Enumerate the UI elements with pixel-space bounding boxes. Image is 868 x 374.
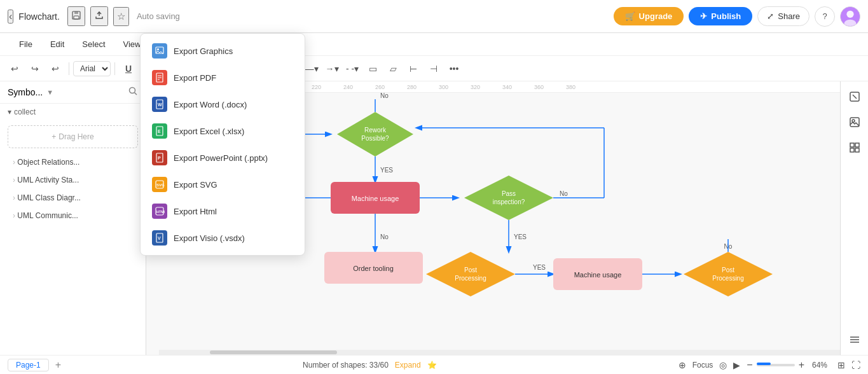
sidebar-item-uml-communic[interactable]: UML Communic... xyxy=(4,207,142,224)
export-graphics-icon xyxy=(152,43,167,59)
export-pdf-icon xyxy=(152,70,167,85)
zoom-slider[interactable] xyxy=(757,364,795,366)
share-icon: ⤢ xyxy=(767,11,774,21)
svg-text:Rework: Rework xyxy=(364,127,387,134)
star-icon[interactable]: ☆ xyxy=(113,7,129,26)
sidebar-search-icon[interactable] xyxy=(128,87,138,98)
export-visio-label: Export Visio (.vsdx) xyxy=(174,233,245,243)
right-panel-image-btn[interactable] xyxy=(844,112,865,132)
svg-text:Machine usage: Machine usage xyxy=(352,195,399,202)
export-icon[interactable] xyxy=(90,6,108,26)
rework-possible-shape[interactable] xyxy=(337,112,413,156)
svg-text:Order tooling: Order tooling xyxy=(353,265,394,272)
avatar[interactable] xyxy=(840,6,860,27)
svg-rect-50 xyxy=(855,148,859,152)
post-processing-shape2[interactable] xyxy=(684,252,773,296)
export-pdf-item[interactable]: Export PDF xyxy=(141,64,305,91)
upgrade-button[interactable]: 🛒 Upgrade xyxy=(614,7,684,25)
export-excel-item[interactable]: E Export Excel (.xlsx) xyxy=(141,118,305,144)
help-button[interactable]: ? xyxy=(815,6,835,27)
back-history-button[interactable]: ↩ xyxy=(46,59,65,78)
layer-button[interactable]: ▱ xyxy=(383,59,403,78)
redo-button[interactable]: ↪ xyxy=(25,59,45,78)
collect-arrow: ▾ xyxy=(8,107,11,116)
sidebar: Symbo... ▼ ▾ collect + Drag Here Object … xyxy=(0,81,146,355)
export-graphics-item[interactable]: Export Graphics xyxy=(141,38,305,64)
export-svg-label: Export SVG xyxy=(174,180,217,190)
statusbar: Page-1 + Number of shapes: 33/60 Expand … xyxy=(0,355,868,374)
underline-button[interactable]: U xyxy=(119,59,138,78)
export-ppt-item[interactable]: P Export PowerPoint (.pptx) xyxy=(141,144,305,171)
sidebar-item-uml-activity[interactable]: UML Activity Sta... xyxy=(4,172,142,188)
svg-text:Post: Post xyxy=(464,267,477,274)
drag-plus-icon: + xyxy=(52,132,56,141)
layers-button[interactable]: ⊕ xyxy=(679,360,686,370)
drag-here-area[interactable]: + Drag Here xyxy=(8,125,138,148)
svg-point-6 xyxy=(130,88,135,94)
menu-edit[interactable]: Edit xyxy=(41,36,73,53)
font-selector[interactable]: Arial xyxy=(73,61,111,76)
sidebar-section-collect[interactable]: ▾ collect xyxy=(0,104,146,120)
container-button[interactable]: ▭ xyxy=(363,59,382,78)
post-processing-shape1[interactable] xyxy=(426,252,515,296)
svg-rect-1 xyxy=(74,11,78,14)
export-visio-item[interactable]: V Export Visio (.vsdx) xyxy=(141,225,305,251)
svg-text:YES: YES xyxy=(514,233,527,240)
svg-text:No: No xyxy=(380,93,389,99)
align-right-button[interactable]: ⊣ xyxy=(424,59,443,78)
upgrade-cart-icon: 🛒 xyxy=(625,11,635,21)
svg-text:E: E xyxy=(158,129,161,134)
right-panel-lines-btn[interactable] xyxy=(844,329,865,350)
drag-here-label: Drag Here xyxy=(59,132,93,141)
export-graphics-label: Export Graphics xyxy=(174,46,233,56)
right-panel xyxy=(840,81,868,355)
svg-text:Post: Post xyxy=(722,267,734,274)
save-icon[interactable] xyxy=(67,6,85,26)
export-pdf-label: Export PDF xyxy=(174,73,216,83)
divider-1 xyxy=(69,62,69,75)
zoom-decrease-button[interactable]: − xyxy=(747,359,752,371)
export-ppt-icon: P xyxy=(152,150,167,165)
svg-text:W: W xyxy=(158,102,162,107)
export-ppt-label: Export PowerPoint (.pptx) xyxy=(174,153,268,163)
page-tab[interactable]: Page-1 xyxy=(8,359,49,371)
scrollbar-thumb[interactable] xyxy=(210,350,337,354)
back-button[interactable]: ‹ xyxy=(8,10,13,24)
arrow-style-dropdown[interactable]: →▾ xyxy=(322,59,341,78)
shape-count-label: Number of shapes: 33/60 xyxy=(303,361,389,370)
undo-button[interactable]: ↩ xyxy=(5,59,24,78)
fullscreen-button[interactable]: ⛶ xyxy=(851,360,860,370)
export-word-item[interactable]: W Export Word (.docx) xyxy=(141,91,305,118)
share-label: Share xyxy=(778,11,800,21)
dash-style-dropdown[interactable]: - -▾ xyxy=(343,59,362,78)
export-svg-item[interactable]: SVG Export SVG xyxy=(141,171,305,198)
menu-select[interactable]: Select xyxy=(73,36,114,53)
fit-button[interactable]: ⊞ xyxy=(837,360,845,370)
topbar: ‹ Flowchart. ☆ Auto saving 🛒 Upgrade ✈ P… xyxy=(0,0,868,33)
sidebar-item-object-relations[interactable]: Object Relations... xyxy=(4,154,142,170)
horizontal-scrollbar[interactable] xyxy=(159,350,840,355)
publish-button[interactable]: ✈ Publish xyxy=(689,7,752,25)
zoom-increase-button[interactable]: + xyxy=(799,359,804,371)
add-page-button[interactable]: + xyxy=(55,359,61,371)
play-button[interactable]: ▶ xyxy=(733,360,740,370)
pass-inspection-shape[interactable] xyxy=(464,176,553,220)
share-button[interactable]: ⤢ Share xyxy=(757,6,809,26)
svg-text:Processing: Processing xyxy=(712,275,743,282)
publish-label: Publish xyxy=(711,11,741,21)
expand-link[interactable]: Expand xyxy=(395,361,421,370)
export-html-item[interactable]: HTML Export Html xyxy=(141,198,305,225)
svg-text:Possible?: Possible? xyxy=(361,135,389,142)
sidebar-expand-icon[interactable]: ▼ xyxy=(46,88,53,96)
focus-icon[interactable]: ◎ xyxy=(719,360,727,370)
main-layout: Symbo... ▼ ▾ collect + Drag Here Object … xyxy=(0,81,868,355)
svg-rect-49 xyxy=(850,148,854,152)
more-button[interactable]: ••• xyxy=(444,59,464,78)
export-excel-icon: E xyxy=(152,123,167,139)
sidebar-item-uml-class[interactable]: UML Class Diagr... xyxy=(4,190,142,206)
right-panel-select-btn[interactable] xyxy=(844,87,865,107)
menu-file[interactable]: File xyxy=(10,36,41,53)
align-left-button[interactable]: ⊢ xyxy=(404,59,423,78)
right-panel-grid-btn[interactable] xyxy=(844,137,865,158)
collect-label: collect xyxy=(14,107,36,116)
